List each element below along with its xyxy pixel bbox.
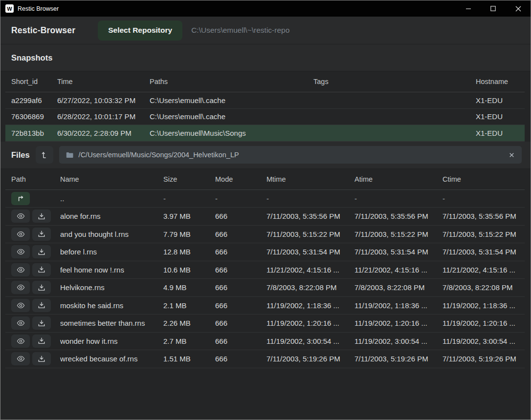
app-logo-icon: W	[5, 4, 14, 13]
row-actions	[11, 299, 60, 312]
titlebar: W Restic Browser	[0, 0, 531, 17]
row-actions	[11, 228, 60, 241]
repository-path-input[interactable]: C:\Users\emuell\~\restic-repo	[191, 26, 289, 35]
download-icon	[38, 266, 45, 273]
download-button[interactable]	[32, 228, 51, 241]
file-size: 1.51 MB	[163, 355, 215, 363]
column-time: Time	[57, 78, 150, 85]
row-actions	[11, 210, 60, 223]
file-name: before l.rns	[60, 248, 163, 256]
file-atime: 7/11/2003, 5:15:22 PM	[354, 230, 442, 238]
row-actions	[11, 263, 60, 276]
download-button[interactable]	[32, 263, 51, 276]
file-name: wrecked because of.rns	[60, 355, 163, 363]
snapshots-table-header: Short_id Time Paths Tags Hostname	[5, 71, 525, 92]
parent-directory-row: ..-----	[5, 190, 525, 208]
preview-button[interactable]	[11, 316, 30, 330]
preview-button[interactable]	[11, 352, 30, 365]
file-mode: 666	[215, 212, 266, 220]
current-path-input[interactable]: /C/Users/emuell/Music/Songs/2004_Helveti…	[59, 146, 522, 164]
download-button[interactable]	[32, 210, 51, 223]
file-mtime: 11/19/2002, 3:00:54 ...	[266, 337, 354, 345]
file-name: and you thought l.rns	[60, 230, 163, 238]
eye-icon	[17, 283, 25, 292]
clear-path-button[interactable]	[508, 151, 515, 159]
select-repository-button[interactable]: Select Repository	[98, 21, 182, 41]
snapshot-paths: C:\Users\emuell\Music\Songs	[150, 129, 313, 137]
file-name: wonder how it.rns	[60, 337, 163, 345]
preview-button[interactable]	[11, 335, 30, 348]
file-ctime: 7/11/2003, 5:31:54 PM	[442, 248, 525, 256]
file-size: 2.1 MB	[163, 301, 215, 310]
file-size: 7.79 MB	[163, 230, 215, 238]
up-directory-button[interactable]	[36, 146, 53, 164]
preview-button[interactable]	[11, 281, 30, 294]
download-button[interactable]	[32, 281, 51, 294]
column-mtime: Mtime	[266, 175, 354, 183]
preview-button[interactable]	[11, 245, 30, 258]
file-atime: 7/11/2003, 5:31:54 PM	[354, 248, 442, 256]
file-mode: 666	[215, 248, 266, 256]
folder-icon	[66, 151, 74, 159]
preview-button[interactable]	[11, 210, 30, 223]
file-ctime: 7/11/2003, 5:35:56 PM	[442, 212, 525, 220]
download-icon	[38, 301, 45, 309]
download-button[interactable]	[32, 335, 51, 348]
snapshot-row[interactable]: 763068696/28/2022, 10:01:17 PMC:\Users\e…	[5, 109, 525, 126]
file-row: Helvikone.rns4.9 MB6667/8/2003, 8:22:08 …	[5, 279, 525, 297]
file-row: moskito he said.rns2.1 MB66611/19/2002, …	[5, 297, 525, 315]
snapshot-hostname: X1-EDU	[476, 129, 525, 137]
up-arrow-icon	[40, 150, 49, 159]
download-button[interactable]	[32, 316, 51, 330]
snapshot-short-id: 72b813bb	[11, 129, 57, 137]
row-actions	[11, 281, 60, 294]
column-mode: Mode	[215, 175, 266, 183]
snapshot-row[interactable]: 72b813bb6/30/2022, 2:28:09 PMC:\Users\em…	[5, 125, 525, 142]
preview-button[interactable]	[11, 228, 30, 241]
download-button[interactable]	[32, 352, 51, 365]
file-name: feel home now !.rns	[60, 266, 163, 274]
maximize-button[interactable]	[481, 0, 506, 17]
minimize-button[interactable]	[456, 0, 481, 17]
snapshot-short-id: a2299af6	[11, 96, 57, 105]
download-button[interactable]	[32, 245, 51, 258]
files-table-header: Path Name Size Mode Mtime Atime Ctime	[5, 169, 525, 190]
snapshot-time: 6/27/2022, 10:03:32 PM	[57, 96, 150, 105]
column-path: Path	[11, 175, 60, 183]
snapshot-hostname: X1-EDU	[476, 112, 525, 121]
snapshot-time: 6/28/2022, 10:01:17 PM	[57, 112, 150, 121]
file-atime: 11/19/2002, 1:18:36 ...	[354, 301, 442, 310]
snapshot-paths: C:\Users\emuell\.cache	[150, 96, 313, 105]
eye-icon	[17, 355, 25, 363]
file-row: and you thought l.rns7.79 MB6667/11/2003…	[5, 226, 525, 244]
file-mtime: 11/21/2002, 4:15:16 ...	[266, 266, 354, 274]
download-icon	[38, 355, 45, 363]
file-mtime: 7/11/2003, 5:15:22 PM	[266, 230, 354, 238]
file-mode: 666	[215, 283, 266, 292]
column-atime: Atime	[354, 175, 442, 183]
file-name: ..	[60, 194, 163, 203]
file-mode: -	[215, 194, 266, 203]
download-icon	[38, 230, 45, 238]
file-name: Helvikone.rns	[60, 283, 163, 292]
file-size: 3.97 MB	[163, 212, 215, 220]
file-mtime: 7/11/2003, 5:35:56 PM	[266, 212, 354, 220]
header-bar: Restic-Browser Select Repository C:\User…	[0, 17, 531, 44]
download-icon	[38, 284, 45, 292]
file-row: feel home now !.rns10.6 MB66611/21/2002,…	[5, 261, 525, 279]
snapshot-row[interactable]: a2299af66/27/2022, 10:03:32 PMC:\Users\e…	[5, 92, 525, 109]
file-ctime: 11/19/2002, 1:18:36 ...	[442, 301, 525, 310]
eye-icon	[17, 301, 25, 310]
file-atime: 11/19/2002, 1:20:16 ...	[354, 319, 442, 327]
close-button[interactable]	[506, 0, 531, 17]
preview-button[interactable]	[11, 299, 30, 312]
preview-button[interactable]	[11, 263, 30, 276]
go-up-button[interactable]	[11, 192, 30, 205]
file-mode: 666	[215, 337, 266, 345]
download-button[interactable]	[32, 299, 51, 312]
file-ctime: 11/19/2002, 1:20:16 ...	[442, 319, 525, 327]
file-size: -	[163, 194, 215, 203]
file-mode: 666	[215, 319, 266, 327]
file-size: 4.9 MB	[163, 283, 215, 292]
download-icon	[38, 212, 45, 220]
